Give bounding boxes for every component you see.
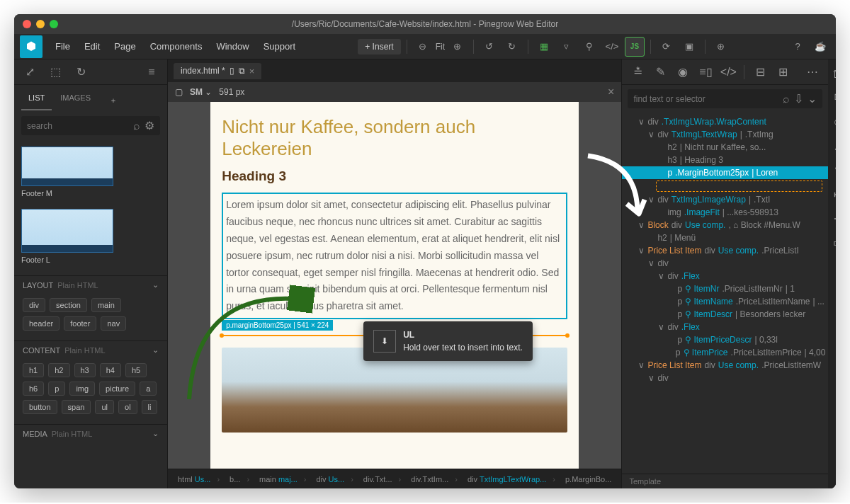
crumb[interactable]: main maj...	[255, 474, 310, 485]
chip-h2[interactable]: h2	[48, 363, 69, 377]
sliders-icon[interactable]: ≛	[628, 62, 647, 82]
chip-h4[interactable]: h4	[100, 363, 121, 377]
chip-span[interactable]: span	[62, 400, 91, 414]
insert-button[interactable]: + Insert	[358, 39, 400, 55]
chip-a[interactable]: a	[140, 382, 157, 396]
add-icon[interactable]: +	[103, 91, 123, 110]
copy-icon[interactable]: ⧉	[239, 66, 245, 76]
flex-icon[interactable]: ≡▯	[696, 62, 715, 82]
tree-node[interactable]: h3 | Heading 3	[622, 154, 828, 166]
code-icon[interactable]: </>	[718, 62, 738, 82]
menu-edit[interactable]: Edit	[79, 38, 106, 55]
indent-icon[interactable]: ⇤	[828, 184, 836, 204]
menu-components[interactable]: Components	[144, 38, 208, 55]
section-content[interactable]: CONTENT Plain HTML ⌄	[14, 340, 167, 359]
section-layout[interactable]: LAYOUT Plain HTML ⌄	[14, 275, 167, 294]
brush-icon[interactable]: ✎	[650, 62, 670, 82]
reload-icon[interactable]: ↻	[71, 62, 91, 82]
tab-list[interactable]: LIST	[21, 91, 52, 110]
chip-div[interactable]: div	[23, 298, 45, 312]
tree-node[interactable]: p ⚲ ItemNr.PriceListItemNr | 1	[622, 282, 828, 295]
chip-button[interactable]: button	[23, 400, 57, 414]
pin-icon[interactable]: ⇩	[794, 92, 803, 105]
crumb[interactable]: p.MarginBo...	[561, 474, 616, 485]
undo-icon[interactable]: ↺	[480, 37, 499, 57]
crumb[interactable]: div Us...	[312, 474, 357, 485]
close-icon[interactable]	[23, 20, 31, 28]
device-icon[interactable]: ▯	[230, 66, 234, 76]
panel-icon[interactable]: ⤢	[20, 62, 40, 82]
chip-main[interactable]: main	[91, 298, 121, 312]
heading-2[interactable]: Nicht nur Kaffee, sondern auch Leckereie…	[222, 116, 567, 160]
tree-node[interactable]: ∨div	[622, 257, 828, 270]
box-icon[interactable]: ⬚	[45, 62, 65, 82]
chip-h3[interactable]: h3	[74, 363, 96, 377]
tree-node[interactable]: p ⚲ ItemPrice.PriceListItemPrice | 4,00	[622, 346, 828, 359]
search-icon[interactable]: ⌕	[783, 93, 790, 105]
chip-picture[interactable]: picture	[99, 382, 135, 396]
menu-icon[interactable]: ⋯	[803, 62, 822, 82]
close-viewport-icon[interactable]: ×	[608, 86, 614, 98]
tree-node[interactable]: p ⚲ ItemDescr | Besonders lecker	[622, 308, 828, 321]
tree-node[interactable]: p ⚲ ItemName.PriceListItemName | ...	[622, 295, 828, 308]
chip-header[interactable]: header	[23, 316, 60, 331]
app-logo[interactable]	[20, 35, 42, 58]
filter-input[interactable]	[633, 94, 778, 104]
crumb[interactable]: div TxtImgLTextWrap...	[463, 474, 560, 485]
js-icon[interactable]: JS	[625, 37, 645, 57]
crumb[interactable]: div.TxtIm...	[407, 474, 462, 485]
eye-icon[interactable]: ◉	[673, 62, 693, 82]
drop-slot[interactable]	[656, 181, 822, 192]
link-icon[interactable]: ⚲	[579, 37, 599, 57]
file-tab[interactable]: index.html * ▯ ⧉ ×	[174, 63, 261, 79]
collapse-icon[interactable]: ≡	[142, 62, 162, 82]
code-icon[interactable]: </>	[602, 37, 622, 57]
down-icon[interactable]: ∨	[828, 160, 836, 180]
chip-section[interactable]: section	[50, 298, 87, 312]
device-icon[interactable]: ▯	[828, 256, 836, 276]
page-preview[interactable]: Nicht nur Kaffee, sondern auch Leckereie…	[210, 102, 579, 469]
settings-icon[interactable]: ⚙	[144, 119, 154, 132]
menu-window[interactable]: Window	[210, 38, 254, 55]
outdent-icon[interactable]: ⇥	[828, 208, 836, 228]
tree-node[interactable]: ∨divTxtImgLImageWrap | .TxtI	[622, 193, 828, 206]
zoom-out-icon[interactable]: ⊖	[413, 37, 433, 57]
tree-node[interactable]: ∨div.Flex	[622, 321, 828, 333]
thumb-footer-m[interactable]: Footer M	[21, 147, 160, 197]
menu-file[interactable]: File	[50, 38, 76, 55]
tree-node[interactable]: ∨Price List Item div Use comp..PriceList…	[622, 359, 828, 372]
chip-footer[interactable]: footer	[64, 316, 96, 331]
tree-icon[interactable]: ⊟	[750, 62, 770, 82]
browser-icon[interactable]: ▣	[679, 37, 699, 57]
globe-icon[interactable]: ⊕	[711, 37, 731, 57]
canvas[interactable]: Nicht nur Kaffee, sondern auch Leckereie…	[168, 102, 621, 469]
menu-support[interactable]: Support	[258, 38, 302, 55]
tree-node[interactable]: p ⚲ ItemPriceDescr | 0,33l	[622, 333, 828, 346]
chip-h6[interactable]: h6	[23, 382, 44, 396]
chip-h1[interactable]: h1	[23, 363, 44, 377]
tree-node[interactable]: ∨Block div Use comp., ⌂ Block #Menu.W	[622, 219, 828, 231]
hide-icon[interactable]: ⦸	[828, 112, 836, 132]
tree-node[interactable]: h2 | Nicht nur Kaffee, so...	[622, 141, 828, 154]
duplicate-icon[interactable]: ⧉	[828, 88, 836, 108]
tab-images[interactable]: IMAGES	[53, 91, 98, 110]
device-icon[interactable]: ▢	[175, 87, 183, 97]
heading-3[interactable]: Heading 3	[222, 168, 567, 184]
thumb-footer-l[interactable]: Footer L	[21, 209, 160, 264]
redo-icon[interactable]: ↻	[502, 37, 522, 57]
maximize-icon[interactable]	[50, 20, 58, 28]
chip-li[interactable]: li	[142, 400, 158, 414]
chip-ol[interactable]: ol	[118, 400, 137, 414]
search-input[interactable]	[27, 121, 133, 131]
tree-node[interactable]: ∨Price List Item div Use comp..PriceList…	[622, 244, 828, 257]
crumb[interactable]: html Us...	[174, 474, 224, 485]
search-icon[interactable]: ⌕	[133, 120, 140, 132]
viewport-size[interactable]: SM ⌄	[190, 87, 212, 97]
chip-h5[interactable]: h5	[125, 363, 147, 377]
chevron-down-icon[interactable]: ▿	[557, 37, 577, 57]
section-media[interactable]: MEDIA Plain HTML ⌄	[14, 424, 167, 442]
zoom-in-icon[interactable]: ⊕	[448, 37, 468, 57]
up-icon[interactable]: ∧	[828, 136, 836, 156]
screen-icon[interactable]: ▭	[828, 232, 836, 252]
tree-node[interactable]: ∨div.TxtImgLWrap.WrapContent	[622, 115, 828, 128]
